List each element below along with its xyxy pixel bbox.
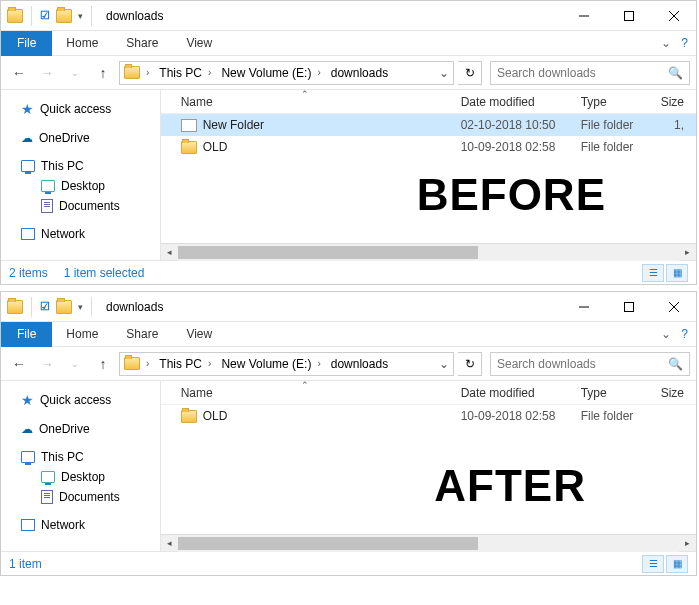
recent-dropdown[interactable]: ⌄: [63, 61, 87, 85]
col-date[interactable]: Date modified: [461, 386, 581, 400]
recent-dropdown[interactable]: ⌄: [63, 352, 87, 376]
address-bar[interactable]: › This PC› New Volume (E:)› downloads ⌄: [119, 352, 454, 376]
home-tab[interactable]: Home: [52, 31, 112, 56]
address-bar[interactable]: › This PC› New Volume (E:)› downloads ⌄: [119, 61, 454, 85]
sidebar-onedrive[interactable]: ☁OneDrive: [1, 419, 160, 439]
home-tab[interactable]: Home: [52, 322, 112, 347]
view-details-icon[interactable]: ☰: [642, 264, 664, 282]
scrollbar-thumb[interactable]: [178, 537, 479, 550]
help-icon[interactable]: ?: [681, 36, 688, 50]
refresh-button[interactable]: ↻: [458, 352, 482, 376]
back-button[interactable]: ←: [7, 61, 31, 85]
file-type: File folder: [581, 140, 661, 154]
file-row[interactable]: OLD10-09-2018 02:58File folder: [161, 405, 696, 427]
forward-button[interactable]: →: [35, 352, 59, 376]
scroll-left-icon[interactable]: ◂: [161, 535, 178, 552]
navigation-pane[interactable]: ★Quick access ☁OneDrive This PC Desktop …: [1, 90, 161, 260]
quick-new-folder-icon[interactable]: [56, 300, 72, 314]
ribbon-chevron-icon[interactable]: ⌄: [661, 36, 671, 50]
crumb-downloads[interactable]: downloads: [331, 357, 388, 371]
ribbon-chevron-icon[interactable]: ⌄: [661, 327, 671, 341]
up-button[interactable]: ↑: [91, 352, 115, 376]
document-icon: [41, 490, 53, 504]
scroll-right-icon[interactable]: ▸: [679, 244, 696, 261]
title-bar[interactable]: ☑ ▾ downloads: [1, 292, 696, 322]
file-tab[interactable]: File: [1, 322, 52, 347]
back-button[interactable]: ←: [7, 352, 31, 376]
sidebar-this-pc[interactable]: This PC: [1, 156, 160, 176]
sidebar-quick-access[interactable]: ★Quick access: [1, 98, 160, 120]
view-large-icon[interactable]: ▦: [666, 264, 688, 282]
col-size[interactable]: Size: [661, 95, 696, 109]
title-bar[interactable]: ☑ ▾ downloads: [1, 1, 696, 31]
view-tab[interactable]: View: [172, 31, 226, 56]
sidebar-documents[interactable]: Documents: [1, 196, 160, 216]
share-tab[interactable]: Share: [112, 31, 172, 56]
horizontal-scrollbar[interactable]: ◂ ▸: [161, 534, 696, 551]
quick-new-folder-icon[interactable]: [56, 9, 72, 23]
file-row[interactable]: New Folder02-10-2018 10:50File folder1,: [161, 114, 696, 136]
content-area: ★Quick access ☁OneDrive This PC Desktop …: [1, 381, 696, 551]
view-tab[interactable]: View: [172, 322, 226, 347]
minimize-button[interactable]: [561, 1, 606, 31]
scrollbar-thumb[interactable]: [178, 246, 479, 259]
sidebar-this-pc[interactable]: This PC: [1, 447, 160, 467]
column-headers[interactable]: ⌃ Name Date modified Type Size: [161, 381, 696, 405]
crumb-volume[interactable]: New Volume (E:): [221, 357, 311, 371]
close-button[interactable]: [651, 292, 696, 322]
address-dropdown-icon[interactable]: ⌄: [435, 357, 453, 371]
minimize-button[interactable]: [561, 292, 606, 322]
sidebar-documents[interactable]: Documents: [1, 487, 160, 507]
maximize-button[interactable]: [606, 1, 651, 31]
col-type[interactable]: Type: [581, 95, 661, 109]
file-tab[interactable]: File: [1, 31, 52, 56]
navigation-bar: ← → ⌄ ↑ › This PC› New Volume (E:)› down…: [1, 56, 696, 90]
close-button[interactable]: [651, 1, 696, 31]
scroll-right-icon[interactable]: ▸: [679, 535, 696, 552]
overlay-label: AFTER: [434, 461, 586, 511]
sidebar-quick-access[interactable]: ★Quick access: [1, 389, 160, 411]
network-icon: [21, 519, 35, 531]
navigation-pane[interactable]: ★Quick access ☁OneDrive This PC Desktop …: [1, 381, 161, 551]
search-icon[interactable]: 🔍: [668, 357, 683, 371]
share-tab[interactable]: Share: [112, 322, 172, 347]
col-name[interactable]: Name: [181, 386, 461, 400]
crumb-this-pc[interactable]: This PC: [159, 66, 202, 80]
scroll-left-icon[interactable]: ◂: [161, 244, 178, 261]
sidebar-desktop[interactable]: Desktop: [1, 467, 160, 487]
quick-checkbox-icon[interactable]: ☑: [40, 300, 50, 313]
col-type[interactable]: Type: [581, 386, 661, 400]
maximize-button[interactable]: [606, 292, 651, 322]
sidebar-network[interactable]: Network: [1, 224, 160, 244]
sidebar-desktop[interactable]: Desktop: [1, 176, 160, 196]
col-size[interactable]: Size: [661, 386, 696, 400]
col-name[interactable]: Name: [181, 95, 461, 109]
crumb-volume[interactable]: New Volume (E:): [221, 66, 311, 80]
file-name: OLD: [203, 140, 228, 154]
refresh-button[interactable]: ↻: [458, 61, 482, 85]
quick-dropdown-icon[interactable]: ▾: [78, 302, 83, 312]
search-icon[interactable]: 🔍: [668, 66, 683, 80]
address-dropdown-icon[interactable]: ⌄: [435, 66, 453, 80]
quick-dropdown-icon[interactable]: ▾: [78, 11, 83, 21]
col-date[interactable]: Date modified: [461, 95, 581, 109]
view-details-icon[interactable]: ☰: [642, 555, 664, 573]
forward-button[interactable]: →: [35, 61, 59, 85]
quick-checkbox-icon[interactable]: ☑: [40, 9, 50, 22]
column-headers[interactable]: ⌃ Name Date modified Type Size: [161, 90, 696, 114]
search-box[interactable]: 🔍: [490, 61, 690, 85]
search-box[interactable]: 🔍: [490, 352, 690, 376]
up-button[interactable]: ↑: [91, 61, 115, 85]
crumb-downloads[interactable]: downloads: [331, 66, 388, 80]
sidebar-network[interactable]: Network: [1, 515, 160, 535]
help-icon[interactable]: ?: [681, 327, 688, 341]
horizontal-scrollbar[interactable]: ◂ ▸: [161, 243, 696, 260]
search-input[interactable]: [497, 357, 668, 371]
sidebar-onedrive[interactable]: ☁OneDrive: [1, 128, 160, 148]
ribbon-tabs: File Home Share View ⌄ ?: [1, 31, 696, 56]
view-large-icon[interactable]: ▦: [666, 555, 688, 573]
chevron-right-icon[interactable]: ›: [144, 67, 151, 78]
crumb-this-pc[interactable]: This PC: [159, 357, 202, 371]
file-row[interactable]: OLD10-09-2018 02:58File folder: [161, 136, 696, 158]
search-input[interactable]: [497, 66, 668, 80]
